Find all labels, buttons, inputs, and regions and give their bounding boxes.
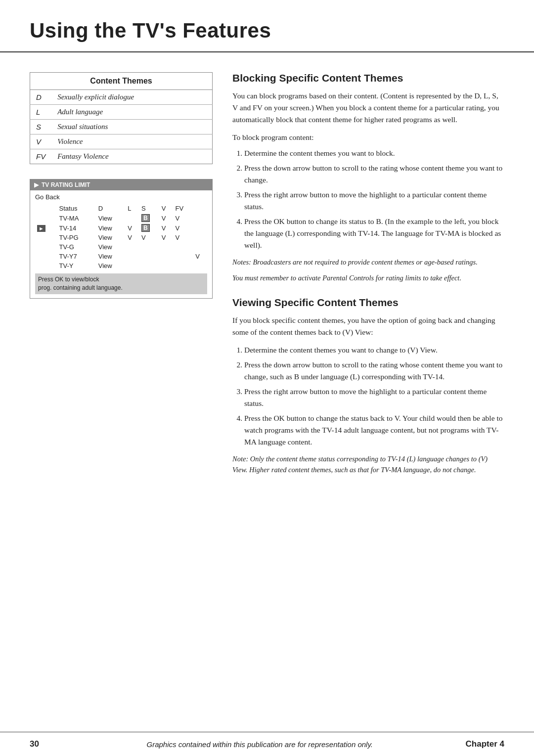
blocked-indicator: B <box>141 214 150 222</box>
row-marker-cell <box>35 213 57 223</box>
rating-col-header: FV <box>174 204 194 213</box>
rating-l: B <box>139 213 160 223</box>
table-row: VViolence <box>30 134 213 149</box>
theme-code: S <box>30 120 52 134</box>
viewing-note: Note: Only the content theme status corr… <box>232 454 504 476</box>
rating-col-header: V <box>160 204 174 213</box>
main-content: Content Themes DSexually explicit dialog… <box>0 52 534 480</box>
table-row: LAdult language <box>30 105 213 120</box>
tv-rating-box: ▶ TV RATING LIMIT Go Back StatusDLSVFVTV… <box>30 179 213 299</box>
rating-label: TV-MA <box>57 213 96 223</box>
page-title: Using the TV's Features <box>30 19 504 43</box>
rating-fv <box>193 233 207 242</box>
rating-d: V <box>126 223 139 233</box>
blocked-indicator: B <box>141 224 150 232</box>
theme-code: V <box>30 134 52 149</box>
rating-s: V <box>160 233 174 242</box>
blocking-note2: You must remember to activate Parental C… <box>232 273 504 284</box>
row-marker-cell <box>35 242 57 252</box>
viewing-step: Press the right arrow button to move the… <box>244 386 504 409</box>
tv-rating-title: TV RATING LIMIT <box>42 181 90 188</box>
theme-description: Violence <box>51 134 212 149</box>
rating-s <box>160 242 174 252</box>
rating-status: View <box>96 223 126 233</box>
viewing-section-gap: Viewing Specific Content Themes If you b… <box>232 297 504 476</box>
rating-status: View <box>96 242 126 252</box>
rating-fv <box>193 213 207 223</box>
blocking-step: Determine the content themes you want to… <box>244 147 504 159</box>
rating-label: TV-Y7 <box>57 252 96 261</box>
tv-rating-header: ▶ TV RATING LIMIT <box>30 179 212 190</box>
row-marker-icon: ► <box>37 225 45 232</box>
blocking-step: Press the down arrow button to scroll to… <box>244 162 504 186</box>
blocking-intro: You can block programs based on their co… <box>232 90 504 126</box>
theme-description: Fantasy Violence <box>51 149 212 164</box>
page-footer: 30 Graphics contained within this public… <box>0 732 534 756</box>
rating-l <box>139 252 160 261</box>
rating-status: View <box>96 261 126 270</box>
row-marker-cell <box>35 252 57 261</box>
rating-v: V <box>174 233 194 242</box>
table-row: DSexually explicit dialogue <box>30 90 213 105</box>
theme-code: L <box>30 105 52 120</box>
rating-fv <box>193 261 207 270</box>
rating-d <box>126 213 139 223</box>
blocking-step: Press the OK button to change its status… <box>244 216 504 251</box>
table-heading: Content Themes <box>30 73 213 90</box>
rating-l: V <box>139 233 160 242</box>
rating-d <box>126 261 139 270</box>
rating-d <box>126 242 139 252</box>
rating-row: TV-MAViewBVV <box>35 213 207 223</box>
table-row: FVFantasy Violence <box>30 149 213 164</box>
rating-fv <box>193 223 207 233</box>
rating-status: View <box>96 213 126 223</box>
rating-col-header: D <box>96 204 126 213</box>
viewing-intro: If you block specific content themes, yo… <box>232 314 504 338</box>
rating-header-row: StatusDLSVFV <box>35 204 207 213</box>
row-marker-cell <box>35 233 57 242</box>
blocking-heading: Blocking Specific Content Themes <box>232 72 504 84</box>
blocking-step: Press the right arrow button to move the… <box>244 189 504 213</box>
rating-d <box>126 252 139 261</box>
rating-v <box>174 252 194 261</box>
table-row: SSexual situations <box>30 120 213 134</box>
left-column: Content Themes DSexually explicit dialog… <box>30 72 213 480</box>
rating-label: TV-Y <box>57 261 96 270</box>
blocking-steps-list: Determine the content themes you want to… <box>244 147 504 251</box>
viewing-step: Press the OK button to change the status… <box>244 412 504 448</box>
rating-fv <box>193 242 207 252</box>
rating-status: View <box>96 233 126 242</box>
rating-label: TV-G <box>57 242 96 252</box>
theme-code: FV <box>30 149 52 164</box>
theme-description: Adult language <box>51 105 212 120</box>
rating-row: TV-YView <box>35 261 207 270</box>
rating-v <box>174 261 194 270</box>
rating-col-header <box>35 204 57 213</box>
rating-d: V <box>126 233 139 242</box>
tv-rating-icon: ▶ <box>34 181 39 188</box>
rating-grid: StatusDLSVFVTV-MAViewBVV►TV-14ViewVBVVTV… <box>35 204 207 270</box>
rating-row: ►TV-14ViewVBVV <box>35 223 207 233</box>
rating-row: TV-GView <box>35 242 207 252</box>
rating-fv: V <box>193 252 207 261</box>
rating-v: V <box>174 213 194 223</box>
viewing-heading: Viewing Specific Content Themes <box>232 297 504 309</box>
rating-l <box>139 261 160 270</box>
viewing-steps-list: Determine the content themes you want to… <box>244 344 504 448</box>
row-marker-cell: ► <box>35 223 57 233</box>
theme-code: D <box>30 90 52 105</box>
theme-description: Sexual situations <box>51 120 212 134</box>
viewing-step: Determine the content themes you want to… <box>244 344 504 356</box>
row-marker-cell <box>35 261 57 270</box>
rating-l <box>139 242 160 252</box>
rating-label: TV-PG <box>57 233 96 242</box>
rating-status: View <box>96 252 126 261</box>
rating-col-header: Status <box>57 204 96 213</box>
content-themes-table: Content Themes DSexually explicit dialog… <box>30 72 213 164</box>
rating-s: V <box>160 213 174 223</box>
page-header: Using the TV's Features <box>0 0 534 52</box>
theme-description: Sexually explicit dialogue <box>51 90 212 105</box>
rating-v: V <box>174 223 194 233</box>
rating-s: V <box>160 223 174 233</box>
footer-chapter: Chapter 4 <box>466 739 504 749</box>
